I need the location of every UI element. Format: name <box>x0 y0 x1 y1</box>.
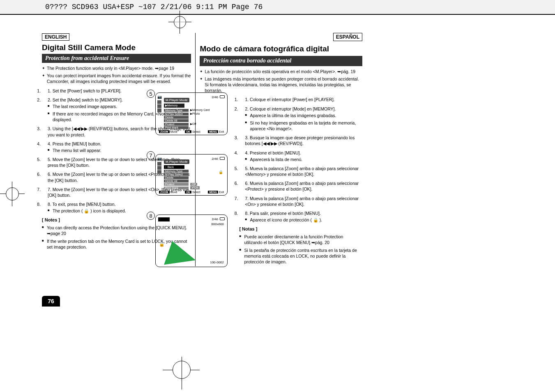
registration-mark-left <box>0 182 25 206</box>
lcd8-resolution: 800x600 <box>211 222 224 226</box>
lcd5-memory-row: ▶Memory <box>164 104 184 108</box>
section-title-en: Digital Still Camera Mode <box>42 43 191 52</box>
subsection-bar-en: Protection from accidental Erasure <box>42 54 191 63</box>
step-es-5: 5. Mueva la palanca [Zoom] arriba o abaj… <box>239 166 362 177</box>
job-line: 0???? SCD963 USA+ESP ~107 2/21/06 9:11 P… <box>45 3 263 11</box>
camera-icon: 📷 <box>157 157 162 161</box>
lcd5-item-mplay: M.Play Select <box>164 113 189 115</box>
step-es-8: 8. Para salir, presione el botón [MENU].… <box>239 210 362 223</box>
lcd7-item-memory-type: Memory Type <box>164 170 189 173</box>
lcd8-image-index: 100-0002 <box>210 261 224 264</box>
lcd5-menu-list: Memory Type▶Memory Card M.Play Select▶Ph… <box>164 108 225 129</box>
lcd8-counter: 2/46 <box>212 217 218 221</box>
lcd5-counter: 2/46 <box>212 95 218 99</box>
lock-icon: 🔒 <box>159 242 165 247</box>
lcd7-back-row: ↑ Back <box>164 165 184 169</box>
note-es-2: Si la pestaña de protección contra escri… <box>239 247 362 265</box>
lock-icon: 🔒 <box>219 170 223 174</box>
lcd7-item-protect: Protect <box>164 183 189 186</box>
registration-mark-bottom <box>163 357 200 390</box>
lcd-panel-8: 8 2/46 800x600 🔒 100-0002 <box>155 214 228 267</box>
lcd-panel-7: 7 📷 M.Player Mode 2/46 ↑ Back 🔒 Memory T… <box>155 154 228 196</box>
note-es-1: Puede acceder directamente a la función … <box>239 234 362 245</box>
lcd8-photo-leaf <box>161 238 196 265</box>
lcd8-indicator-bar <box>158 217 170 221</box>
figure-number-7: 7 <box>147 151 155 159</box>
intro-es-1: La función de protección sólo está opera… <box>200 69 362 74</box>
intro-es-2: Las imágenes más importantes se pueden p… <box>200 76 362 94</box>
intro-en-2: You can protect important images from ac… <box>42 73 191 84</box>
step4-sub-es: Aparecerá la lista de menú. <box>245 157 362 162</box>
lang-tag-en: ENGLISH <box>42 33 69 41</box>
lcd7-counter: 2/46 <box>212 157 218 161</box>
lcd5-side-icons <box>157 100 161 112</box>
step-es-2: 2. Coloque el interruptor [Mode] en [MEM… <box>239 106 362 132</box>
print-job-header: 0???? SCD963 USA+ESP ~107 2/21/06 9:11 P… <box>0 0 555 15</box>
lcd5-item-protect: Protect <box>164 123 189 126</box>
intro-en-1: The Protection function works only in <M… <box>42 65 191 71</box>
lcd5-footer: ZOOMMove OKSelect MENUExit <box>158 130 225 133</box>
section-title-es: Modo de cámara fotográfica digital <box>200 44 362 54</box>
battery-icon <box>220 217 225 220</box>
step2-sub-es-1: Aparece la última de las imágenes grabad… <box>245 113 362 118</box>
step-es-1: 1. Coloque el interruptor [Power] en [PL… <box>239 97 362 102</box>
lang-tag-es: ESPAÑOL <box>333 33 362 41</box>
step-es-3: 3. Busque la imagen que desee proteger p… <box>239 135 362 146</box>
lcd7-footer: ZOOMMove OKSelect MENUExit <box>158 191 225 194</box>
registration-mark-top <box>168 11 191 34</box>
subsection-bar-es: Protección contra borrado accidental <box>200 56 362 66</box>
figure-number-8: 8 <box>147 212 155 220</box>
lcd7-item-delete: Delete <box>164 176 189 179</box>
step8-sub-es: Aparece el icono de protección ( 🔒 ). <box>245 217 362 223</box>
step-es-4: 4. Presione el botón [MENU]. Aparecerá l… <box>239 150 362 162</box>
camera-icon: 📷 <box>157 95 162 99</box>
step-es-7: 7. Mueva la palanca [Zoom] arriba o abaj… <box>239 196 362 207</box>
battery-icon <box>220 95 225 98</box>
step-es-6: 6. Mueva la palanca [Zoom] arriba o abaj… <box>239 180 362 192</box>
step2-sub-es-2: Si no hay imágenes grabadas en la tarjet… <box>245 120 362 131</box>
figure-number-5: 5 <box>147 90 155 98</box>
battery-icon <box>220 157 225 160</box>
lcd-panel-5: 5 📷 M.Player Mode 2/46 ▶Memory Memory Ty… <box>155 92 228 135</box>
lcd7-menu-list: Memory Type M.Play Select Delete Delete … <box>164 170 225 189</box>
lcd7-title: M.Player Mode <box>164 159 189 164</box>
lcd5-item-delete: Delete <box>164 116 189 119</box>
lcd7-item-print-mark: Print Mark <box>164 187 189 189</box>
lcd5-item-delete-all: Delete All <box>164 119 189 122</box>
lcd7-item-delete-all: Delete All <box>164 180 189 182</box>
lcd-screenshots: 5 📷 M.Player Mode 2/46 ▶Memory Memory Ty… <box>155 92 228 286</box>
lcd5-title: M.Player Mode <box>164 98 189 102</box>
lcd7-item-mplay: M.Play Select <box>164 173 189 176</box>
lcd5-item-memory-type: Memory Type <box>164 109 189 112</box>
lcd5-item-print-mark: Print Mark <box>164 126 189 129</box>
page-number-tab: 76 <box>42 296 60 307</box>
lcd7-side-icons <box>157 162 161 174</box>
